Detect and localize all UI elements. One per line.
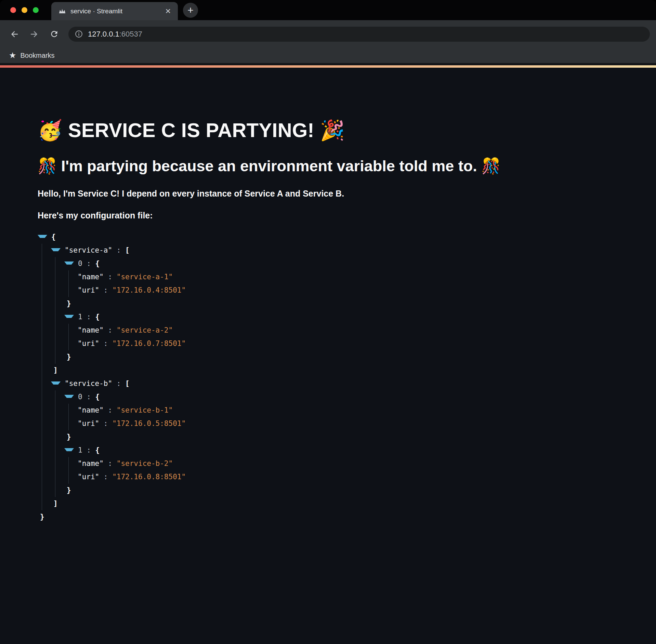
json-key: "name" [78,406,104,414]
arrow-left-icon [10,29,19,39]
json-open-bracket: { [51,233,56,241]
json-line: "name" : "service-a-2" [78,324,635,337]
window-controls [10,7,39,13]
back-button[interactable] [6,26,23,42]
json-index: 0 [78,393,82,401]
json-node: "service-a" : [0 : {"name" : "service-a-… [51,244,635,377]
json-key: "uri" [78,286,99,294]
close-window-button[interactable] [10,7,16,13]
json-string-value: "service-a-1" [117,273,173,281]
json-line: "uri" : "172.16.0.4:8501" [78,284,635,297]
json-key: "name" [78,459,104,468]
url-host: 127.0.0.1 [88,30,119,38]
json-string-value: "172.16.0.5:8501" [112,419,186,428]
json-line: } [64,430,635,444]
browser-tab[interactable]: service · Streamlit ✕ [51,2,178,20]
json-key: "uri" [78,339,99,348]
json-node: "service-b" : [0 : {"name" : "service-b-… [51,377,635,510]
new-tab-button[interactable]: + [183,3,198,18]
forward-button[interactable] [26,26,42,42]
bookmarks-label: Bookmarks [21,52,55,59]
json-node: 1 : {"name" : "service-b-2""uri" : "172.… [64,444,635,497]
json-line: "service-a" : [ [51,244,635,257]
zoom-window-button[interactable] [33,7,39,13]
minimize-window-button[interactable] [22,7,27,13]
json-children: "name" : "service-a-1""uri" : "172.16.0.… [68,270,635,297]
json-close-bracket: } [40,513,44,521]
json-close-bracket: } [67,486,71,494]
json-open-bracket: { [95,259,100,268]
tab-title: service · Streamlit [70,8,163,15]
json-colon: : [112,246,125,254]
json-colon: : [104,273,117,281]
json-line: "name" : "service-b-2" [78,457,635,470]
json-line: "name" : "service-a-1" [78,270,635,284]
json-line: 1 : { [64,310,635,324]
tab-strip: service · Streamlit ✕ + [0,0,656,20]
json-close-bracket: } [67,353,71,361]
collapse-arrow-icon[interactable] [38,235,47,238]
browser-toolbar: 127.0.0.1:60537 [0,20,656,48]
json-line: "name" : "service-b-1" [78,404,635,417]
streamlit-favicon-icon [58,7,66,15]
json-children: "name" : "service-b-2""uri" : "172.16.0.… [68,457,635,484]
json-colon: : [82,446,95,454]
json-node: {"service-a" : [0 : {"name" : "service-a… [38,230,635,524]
browser-window: service · Streamlit ✕ + [0,0,656,644]
json-children: "name" : "service-b-1""uri" : "172.16.0.… [68,404,635,430]
json-node: 0 : {"name" : "service-b-1""uri" : "172.… [64,390,635,444]
collapse-arrow-icon[interactable] [51,248,61,251]
json-line: } [64,297,635,310]
json-line: ] [51,497,635,510]
json-colon: : [99,286,112,294]
url-port: :60537 [119,30,142,38]
reload-button[interactable] [46,26,62,42]
site-info-icon[interactable] [75,30,83,38]
page-subtitle: 🎊 I'm partying because an environment va… [38,157,635,176]
json-close-bracket: ] [53,366,58,374]
json-colon: : [82,259,95,268]
json-line: ] [51,364,635,377]
json-colon: : [82,313,95,321]
tab-close-icon[interactable]: ✕ [163,6,173,16]
json-node: 0 : {"name" : "service-a-1""uri" : "172.… [64,257,635,310]
collapse-arrow-icon[interactable] [64,395,74,398]
url-text[interactable]: 127.0.0.1:60537 [88,30,142,39]
json-colon: : [99,419,112,428]
json-children: "service-a" : [0 : {"name" : "service-a-… [42,244,635,510]
json-close-bracket: } [67,433,71,441]
json-line: "uri" : "172.16.0.8:8501" [78,470,635,484]
reload-icon [50,29,59,39]
json-key: "name" [78,273,104,281]
json-node: 1 : {"name" : "service-a-2""uri" : "172.… [64,310,635,364]
json-colon: : [82,393,95,401]
collapse-arrow-icon[interactable] [64,315,74,318]
json-index: 1 [78,313,82,321]
json-key: "service-a" [65,246,112,254]
collapse-arrow-icon[interactable] [64,261,74,265]
app-content: 🥳 SERVICE C IS PARTYING! 🎉 🎊 I'm partyin… [0,68,656,644]
json-line: 0 : { [64,257,635,270]
arrow-right-icon [29,29,39,39]
json-line: } [38,510,635,524]
json-open-bracket: { [95,393,100,401]
json-close-bracket: ] [53,499,58,508]
json-colon: : [104,326,117,334]
json-line: "uri" : "172.16.0.5:8501" [78,417,635,430]
json-open-bracket: { [95,446,100,454]
json-key: "uri" [78,419,99,428]
json-string-value: "service-b-1" [117,406,173,414]
json-colon: : [112,379,125,388]
json-string-value: "service-b-2" [117,459,173,468]
json-line: } [64,484,635,497]
json-children: 0 : {"name" : "service-a-1""uri" : "172.… [55,257,635,364]
streamlit-decoration-bar [0,65,656,68]
bookmarks-item[interactable]: ★ Bookmarks [6,50,57,61]
json-colon: : [99,339,112,348]
collapse-arrow-icon[interactable] [51,381,61,385]
json-colon: : [104,459,117,468]
json-string-value: "172.16.0.7:8501" [112,339,186,348]
address-bar[interactable]: 127.0.0.1:60537 [68,27,650,42]
collapse-arrow-icon[interactable] [64,448,74,451]
config-label: Here's my configuration file: [38,210,635,221]
